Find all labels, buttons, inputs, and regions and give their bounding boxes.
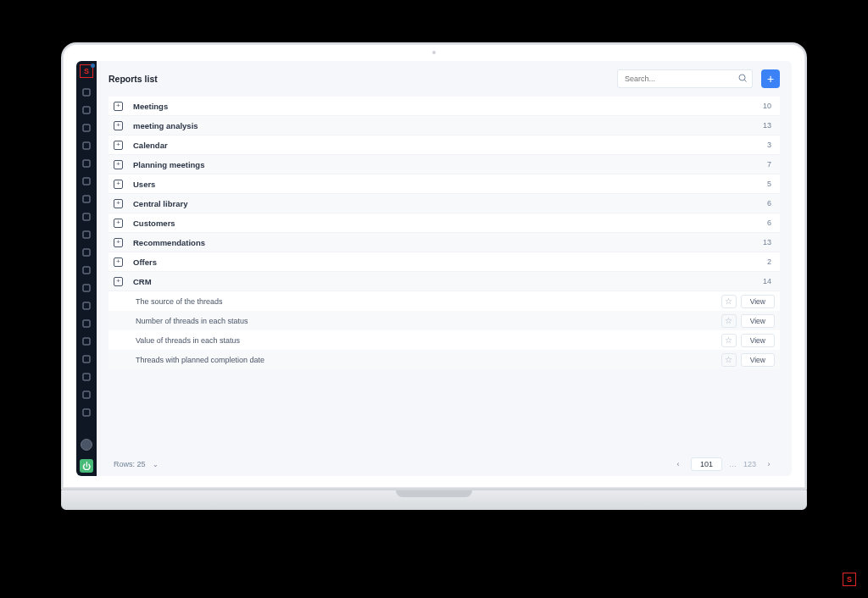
camera-dot [432, 51, 436, 54]
people-icon[interactable] [81, 389, 92, 401]
view-button[interactable]: View [741, 295, 775, 308]
add-button[interactable]: + [761, 69, 780, 88]
category-label: Planning meetings [133, 160, 767, 169]
avatar[interactable] [81, 439, 92, 451]
category-label: CRM [133, 277, 763, 286]
category-row[interactable]: +Offers2 [108, 252, 780, 272]
expand-icon[interactable]: + [114, 141, 123, 150]
view-button[interactable]: View [741, 334, 775, 347]
chart-icon[interactable] [81, 104, 92, 116]
report-row: Threads with planned completion date☆Vie… [108, 350, 780, 369]
report-row: Number of threads in each status☆View [108, 311, 780, 330]
category-count: 6 [767, 219, 775, 227]
category-label: Offers [133, 257, 767, 267]
star-icon[interactable]: ☆ [721, 295, 737, 308]
svg-rect-2 [83, 125, 90, 131]
expand-icon[interactable]: + [114, 180, 123, 189]
rows-label: Rows: 25 [114, 460, 146, 468]
cube-icon[interactable] [81, 300, 92, 312]
app-root: S ⏻ Reports list [76, 61, 792, 476]
gear-icon[interactable] [81, 407, 92, 418]
card-icon[interactable] [81, 229, 92, 241]
dashboard-icon[interactable] [81, 122, 92, 134]
category-row[interactable]: +Recommendations13 [108, 233, 780, 252]
search-input[interactable] [617, 69, 753, 88]
expand-icon[interactable]: + [114, 199, 123, 208]
category-row[interactable]: +CRM14 [108, 272, 780, 291]
cloud-icon[interactable] [81, 264, 92, 276]
report-label: Value of threads in each status [136, 336, 721, 345]
expand-icon[interactable]: + [114, 160, 123, 169]
globe-icon[interactable] [81, 86, 92, 98]
reports-list: +Meetings10+meeting analysis13+Calendar3… [97, 97, 792, 449]
tag-icon[interactable] [81, 353, 92, 365]
bell-icon[interactable] [81, 335, 92, 347]
building-icon[interactable] [81, 371, 92, 383]
report-row: The source of the threads☆View [108, 291, 780, 311]
category-count: 10 [763, 102, 775, 110]
laptop-shadow [61, 515, 807, 532]
svg-rect-4 [83, 160, 90, 167]
category-row[interactable]: +Meetings10 [108, 97, 780, 116]
chevron-down-icon: ⌄ [153, 461, 159, 468]
star-icon[interactable]: ☆ [721, 353, 737, 367]
svg-rect-1 [83, 107, 90, 114]
category-label: meeting analysis [133, 121, 763, 130]
expand-icon[interactable]: + [114, 102, 123, 111]
expand-icon[interactable]: + [114, 219, 123, 228]
help-button[interactable]: ⏻ [80, 459, 93, 473]
next-page-button[interactable]: › [763, 458, 775, 470]
prev-page-button[interactable]: ‹ [672, 458, 684, 470]
category-row[interactable]: +Calendar3 [108, 136, 780, 155]
view-button[interactable]: View [741, 353, 775, 367]
svg-rect-18 [83, 409, 90, 416]
folder-icon[interactable] [81, 211, 92, 223]
category-count: 13 [763, 121, 775, 130]
category-row[interactable]: +Users5 [108, 174, 780, 194]
svg-line-20 [744, 80, 746, 81]
view-button[interactable]: View [741, 314, 775, 328]
category-row[interactable]: +Customers6 [108, 213, 780, 233]
category-count: 14 [763, 277, 775, 285]
app-logo[interactable]: S [80, 64, 93, 78]
star-icon[interactable]: ☆ [721, 334, 737, 347]
category-row[interactable]: +meeting analysis13 [108, 116, 780, 136]
send-icon[interactable] [81, 282, 92, 294]
laptop-notch [396, 490, 472, 497]
expand-icon[interactable]: + [114, 277, 123, 286]
svg-rect-13 [83, 320, 90, 327]
search-icon [737, 73, 748, 85]
pagination: ‹ 101 … 123 › [672, 457, 775, 471]
list-icon[interactable] [81, 175, 92, 187]
main-panel: Reports list + +Meetings10+meeting analy… [97, 61, 792, 476]
star-icon[interactable]: ☆ [721, 314, 737, 328]
grid-icon[interactable] [81, 246, 92, 258]
expand-icon[interactable]: + [114, 238, 123, 247]
current-page: 101 [691, 457, 722, 471]
report-label: Threads with planned completion date [136, 356, 721, 364]
rows-per-page[interactable]: Rows: 25 ⌄ [114, 460, 159, 468]
svg-rect-14 [83, 338, 90, 345]
svg-rect-15 [83, 356, 90, 363]
svg-rect-10 [83, 267, 90, 274]
last-page[interactable]: 123 [743, 460, 756, 468]
svg-rect-6 [83, 196, 90, 202]
svg-rect-7 [83, 213, 90, 220]
layers-icon[interactable] [81, 318, 92, 329]
category-row[interactable]: +Central library6 [108, 194, 780, 213]
brand-corner-logo: S [843, 573, 856, 586]
database-icon[interactable] [81, 158, 92, 169]
category-row[interactable]: +Planning meetings7 [108, 155, 780, 174]
svg-rect-11 [83, 285, 90, 291]
svg-rect-9 [83, 249, 90, 256]
category-count: 7 [767, 160, 775, 169]
briefcase-icon[interactable] [81, 193, 92, 205]
expand-icon[interactable]: + [114, 121, 123, 130]
svg-rect-5 [83, 178, 90, 185]
report-label: The source of the threads [136, 297, 721, 306]
footer: Rows: 25 ⌄ ‹ 101 … 123 › [97, 449, 792, 476]
expand-icon[interactable]: + [114, 257, 123, 267]
page-icon[interactable] [81, 140, 92, 152]
laptop-mockup: S ⏻ Reports list [61, 42, 807, 532]
sidebar: S ⏻ [76, 61, 97, 476]
